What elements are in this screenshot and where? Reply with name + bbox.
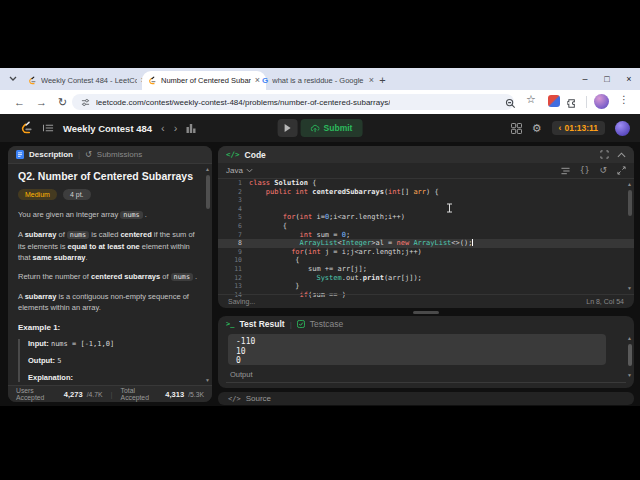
line-number: 5 <box>218 213 249 222</box>
scrollbar-up-icon[interactable]: ▲ <box>627 182 632 187</box>
line-number: 12 <box>218 274 249 283</box>
submit-button[interactable]: Submit <box>301 119 363 137</box>
code-editor[interactable]: 1class Solution {2 public int centeredSu… <box>218 179 634 300</box>
code-line[interactable]: 10 { <box>218 256 634 265</box>
format-icon[interactable] <box>561 167 570 175</box>
code-line[interactable]: 5 for(int i=0;i<arr.length;i++) <box>218 213 634 222</box>
acceptance-footer: Users Accepted 4,273 /4.7K | Total Accep… <box>8 385 212 402</box>
code-line[interactable]: 12 System.out.print(arr[j]); <box>218 274 634 283</box>
extension-icon[interactable] <box>548 95 560 107</box>
tab-close-icon[interactable]: × <box>369 76 374 85</box>
submit-label: Submit <box>324 123 353 133</box>
profile-avatar[interactable] <box>594 94 609 109</box>
user-avatar[interactable] <box>615 121 630 136</box>
description-panel-header: Description | ↺ Submissions <box>8 146 212 164</box>
line-number: 2 <box>218 188 249 197</box>
chevron-down-icon <box>9 76 17 82</box>
omnibox[interactable]: leetcode.com/contest/weekly-contest-484/… <box>72 94 514 110</box>
back-button[interactable]: ← <box>14 94 25 110</box>
browser-tab[interactable]: Weekly Contest 484 - LeetCode × <box>22 71 152 90</box>
leetcode-favicon <box>28 76 37 86</box>
site-info-icon[interactable] <box>81 98 90 107</box>
layout-icon[interactable] <box>511 123 522 134</box>
code-line[interactable]: 2 public int centeredSubarrays(int[] arr… <box>218 188 634 197</box>
run-submit-group: Submit <box>278 119 363 137</box>
line-number: 13 <box>218 282 249 291</box>
next-question-button[interactable]: › <box>174 123 178 134</box>
source-bar[interactable]: </> Source <box>218 392 634 405</box>
reload-button[interactable]: ↻ <box>58 94 67 110</box>
tab-test-result[interactable]: Test Result <box>239 319 284 329</box>
fullscreen-icon[interactable] <box>617 166 626 175</box>
collapse-chevron-icon[interactable] <box>617 152 626 158</box>
example-explanation: Explanation: <box>28 373 202 382</box>
code-line[interactable]: 8 ArrayList<Integer>al = new ArrayList<>… <box>218 239 634 248</box>
new-tab-button[interactable]: + <box>376 73 389 86</box>
panel-splitter[interactable] <box>218 309 634 316</box>
code-line[interactable]: 1class Solution { <box>218 179 634 188</box>
cloud-upload-icon <box>311 124 320 133</box>
cursor-position: Ln 8, Col 54 <box>586 298 624 305</box>
scrollbar-thumb[interactable] <box>628 190 632 216</box>
problem-description[interactable]: Q2. Number of Centered Subarrays Medium … <box>8 164 212 386</box>
line-number: 4 <box>218 205 249 214</box>
language-selector[interactable]: Java <box>226 166 243 175</box>
splitter-handle[interactable] <box>413 311 439 314</box>
code-line[interactable]: 6 { <box>218 222 634 231</box>
contest-list-icon[interactable] <box>43 123 54 133</box>
contest-title[interactable]: Weekly Contest 484 <box>63 123 152 134</box>
leetcode-logo-icon[interactable] <box>20 121 34 136</box>
minimize-button[interactable]: – <box>574 68 596 90</box>
code-line[interactable]: 7 int sum = 0; <box>218 231 634 240</box>
tab-search-button[interactable] <box>6 72 20 86</box>
reset-icon[interactable]: ↺ <box>599 166 607 175</box>
source-label: Source <box>246 394 271 403</box>
tab-testcase[interactable]: Testcase <box>310 319 344 329</box>
code-line[interactable]: 11 sum += arr[j]; <box>218 265 634 274</box>
ranking-icon[interactable] <box>186 123 196 133</box>
source-code-icon: </> <box>228 395 241 403</box>
scrollbar-thumb[interactable] <box>206 175 210 209</box>
browser-menu-icon[interactable]: ⋮ <box>619 94 629 105</box>
prev-question-button[interactable]: ‹ <box>161 123 165 134</box>
code-line[interactable]: 4 <box>218 205 634 214</box>
scrollbar-up-icon[interactable]: ▲ <box>205 167 210 172</box>
expand-icon[interactable] <box>600 150 609 159</box>
difficulty-badge[interactable]: Medium <box>18 189 57 200</box>
code-line[interactable]: 13 } <box>218 282 634 291</box>
forward-button[interactable]: → <box>36 94 47 110</box>
timer-value: 01:13:11 <box>564 123 598 133</box>
scrollbar-down-icon[interactable]: ▼ <box>627 286 632 291</box>
scrollbar-down-icon[interactable]: ▼ <box>627 373 632 378</box>
text-cursor-pointer <box>446 199 453 217</box>
scrollbar-up-icon[interactable]: ▲ <box>627 336 632 341</box>
tab-divider: | <box>78 150 80 159</box>
scrollbar-down-icon[interactable]: ▼ <box>205 378 210 383</box>
braces-icon[interactable]: {} <box>580 166 590 175</box>
zoom-icon[interactable] <box>505 95 516 113</box>
tab-submissions[interactable]: Submissions <box>97 150 142 159</box>
console-output[interactable]: -110 10 0 <box>228 334 606 365</box>
browser-tab[interactable]: G what is a residdue - Google Se × <box>256 71 380 90</box>
timer-collapse-icon[interactable]: ‹ <box>559 123 562 133</box>
scrollbar-thumb[interactable] <box>628 344 632 366</box>
users-accepted-value: 4,273 <box>64 390 83 399</box>
chevron-down-icon <box>246 168 253 173</box>
line-number: 9 <box>218 248 249 257</box>
url-text[interactable]: leetcode.com/contest/weekly-contest-484/… <box>96 98 390 107</box>
code-line[interactable]: 9 for(int j = i;j<arr.length;j++) <box>218 248 634 257</box>
settings-gear-icon[interactable]: ⚙ <box>532 123 542 134</box>
extensions-puzzle-icon[interactable] <box>567 95 578 113</box>
code-line[interactable]: 3 <box>218 196 634 205</box>
total-accepted-total: /5.3K <box>188 391 204 398</box>
tab-description[interactable]: Description <box>29 150 73 159</box>
test-panel-header: >_ Test Result | Testcase <box>218 316 634 332</box>
bookmark-star-icon[interactable]: ☆ <box>526 93 536 106</box>
problem-paragraph: A subarray of nums is called centered if… <box>18 229 202 263</box>
timer-pill[interactable]: ‹ 01:13:11 <box>552 121 605 135</box>
run-button[interactable] <box>278 119 298 137</box>
tab-title: Weekly Contest 484 - LeetCode <box>41 76 137 85</box>
close-button[interactable]: × <box>618 68 640 90</box>
browser-tab-active[interactable]: Number of Centered Subarrays × <box>142 71 266 90</box>
maximize-button[interactable]: □ <box>596 68 618 90</box>
